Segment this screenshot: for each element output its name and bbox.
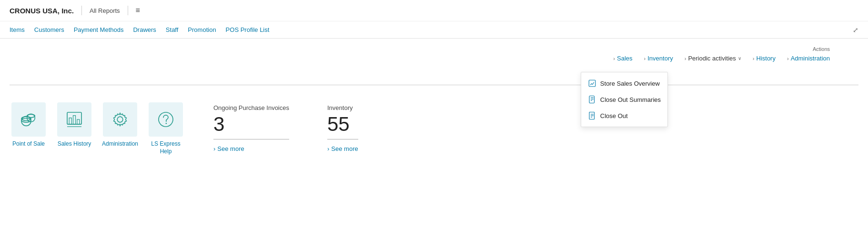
action-item-administration[interactable]: ›Administration: [787, 55, 830, 62]
expand-icon[interactable]: ⤢: [853, 26, 858, 34]
action-chevron-periodic-activities: ›: [685, 56, 686, 61]
action-item-periodic-activities[interactable]: ›Periodic activities ∨: [685, 55, 741, 62]
svg-point-12: [27, 114, 35, 118]
svg-rect-15: [69, 118, 71, 124]
tile-point-of-sale[interactable]: Point of Sale: [10, 102, 48, 148]
question-icon: [149, 102, 183, 137]
see-more-label-purchase-invoices: See more: [217, 145, 244, 152]
tile-label-ls-express-help: LS Express Help: [147, 140, 185, 155]
stat-title-inventory-stat: Inventory: [327, 104, 358, 111]
stat-divider-purchase-invoices: [213, 139, 289, 139]
stat-number-inventory-stat: 55: [327, 113, 358, 135]
tile-sales-history[interactable]: Sales History: [55, 102, 93, 148]
header-divider: [81, 6, 82, 15]
dropdown-item-close-out-summaries[interactable]: Close Out Summaries: [581, 91, 667, 108]
stat-number-purchase-invoices: 3: [213, 113, 289, 135]
action-label-history: History: [757, 55, 776, 62]
actions-bar: ›Sales›Inventory›Periodic activities ∨›H…: [10, 55, 830, 66]
menu-icon[interactable]: ≡: [136, 6, 140, 15]
action-label-administration: Administration: [791, 55, 830, 62]
action-chevron-history: ›: [753, 56, 755, 61]
dropdown-label-store-sales-overview: Store Sales Overview: [600, 80, 660, 87]
action-caret-periodic-activities: ∨: [738, 56, 741, 61]
nav-tab-promotion[interactable]: Promotion: [188, 24, 216, 35]
action-label-inventory: Inventory: [647, 55, 673, 62]
action-chevron-inventory: ›: [644, 56, 646, 61]
stat-divider-inventory-stat: [327, 139, 358, 139]
action-chevron-sales: ›: [613, 56, 615, 61]
dropdown-item-close-out[interactable]: Close Out: [581, 108, 667, 124]
svg-point-19: [117, 117, 123, 122]
svg-rect-1: [589, 96, 595, 103]
svg-point-20: [159, 112, 173, 127]
action-label-sales: Sales: [617, 55, 633, 62]
see-more-label-inventory-stat: See more: [331, 145, 358, 152]
receipt-icon: [588, 111, 596, 120]
bottom-section: Point of Sale Sales History Administrati…: [0, 95, 868, 163]
periodic-activities-dropdown: Store Sales OverviewClose Out SummariesC…: [581, 72, 668, 127]
action-item-inventory[interactable]: ›Inventory: [644, 55, 673, 62]
gear-icon: [103, 102, 137, 137]
see-more-chevron-purchase-invoices: ›: [213, 145, 215, 152]
tile-label-point-of-sale: Point of Sale: [12, 140, 45, 148]
svg-point-21: [166, 123, 167, 124]
tiles-row: Point of Sale Sales History Administrati…: [10, 102, 185, 155]
stat-title-purchase-invoices: Ongoing Purchase Invoices: [213, 104, 289, 111]
company-name: CRONUS USA, Inc.: [10, 7, 74, 15]
header: CRONUS USA, Inc. All Reports ≡: [0, 0, 868, 21]
stat-block-purchase-invoices: Ongoing Purchase Invoices3›See more: [213, 104, 289, 152]
nav-tabs: ItemsCustomersPayment MethodsDrawersStaf…: [0, 21, 868, 39]
action-chevron-administration: ›: [787, 56, 789, 61]
tile-label-administration-tile: Administration: [102, 140, 138, 148]
tile-administration-tile[interactable]: Administration: [101, 102, 139, 148]
actions-label: Actions: [813, 46, 830, 52]
dropdown-label-close-out-summaries: Close Out Summaries: [600, 96, 661, 103]
action-item-sales[interactable]: ›Sales: [613, 55, 632, 62]
nav-tab-pos-profile-list[interactable]: POS Profile List: [226, 24, 270, 35]
stats-section: Ongoing Purchase Invoices3›See moreInven…: [213, 104, 358, 152]
nav-tab-staff[interactable]: Staff: [166, 24, 179, 35]
tile-ls-express-help[interactable]: LS Express Help: [147, 102, 185, 155]
nav-tab-drawers[interactable]: Drawers: [133, 24, 156, 35]
document-icon: [588, 95, 596, 104]
all-reports-link[interactable]: All Reports: [90, 7, 120, 14]
see-more-chevron-inventory-stat: ›: [327, 145, 329, 152]
svg-rect-17: [77, 119, 80, 124]
chart-icon: [588, 79, 596, 88]
nav-tab-customers[interactable]: Customers: [34, 24, 64, 35]
stat-see-more-inventory-stat[interactable]: ›See more: [327, 145, 358, 152]
svg-rect-16: [73, 116, 76, 124]
actions-area: Actions ›Sales›Inventory›Periodic activi…: [0, 39, 868, 66]
dropdown-item-store-sales-overview[interactable]: Store Sales Overview: [581, 75, 667, 91]
chart-bar-icon: [57, 102, 91, 137]
action-label-periodic-activities: Periodic activities: [688, 55, 736, 62]
nav-tab-payment-methods[interactable]: Payment Methods: [74, 24, 124, 35]
stat-see-more-purchase-invoices[interactable]: ›See more: [213, 145, 289, 152]
tile-label-sales-history: Sales History: [58, 140, 91, 148]
page-divider: [10, 85, 858, 85]
action-item-history[interactable]: ›History: [753, 55, 776, 62]
nav-tab-items[interactable]: Items: [10, 24, 25, 35]
svg-rect-0: [589, 80, 595, 87]
stat-block-inventory-stat: Inventory55›See more: [327, 104, 358, 152]
header-divider-2: [128, 6, 128, 15]
coins-icon: [11, 102, 46, 137]
dropdown-label-close-out: Close Out: [600, 112, 628, 119]
